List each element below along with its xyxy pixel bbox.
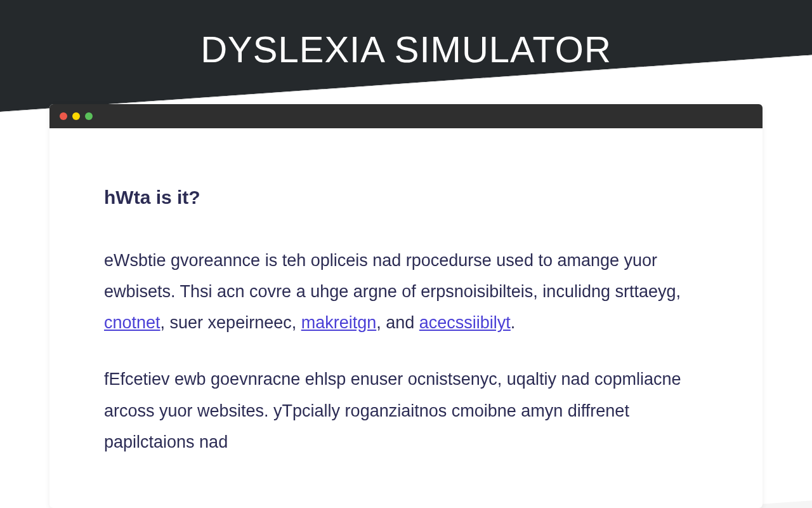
link-content[interactable]: cnotnet (104, 313, 160, 332)
paragraph-1: eWsbtie gvoreannce is teh opliceis nad r… (104, 245, 708, 338)
link-marketing[interactable]: makreitgn (301, 313, 377, 332)
article-content: hWta is it? eWsbtie gvoreannce is teh op… (49, 128, 763, 458)
text-span: , and (376, 313, 419, 332)
minimize-icon[interactable] (72, 112, 80, 120)
text-span: . (511, 313, 516, 332)
article-heading: hWta is it? (104, 187, 708, 208)
window-chrome (49, 104, 763, 128)
maximize-icon[interactable] (85, 112, 93, 120)
text-span: , suer xepeirneec, (160, 313, 301, 332)
text-span: eWsbtie gvoreannce is teh opliceis nad r… (104, 251, 681, 301)
browser-window: hWta is it? eWsbtie gvoreannce is teh op… (49, 104, 763, 508)
close-icon[interactable] (60, 112, 67, 120)
paragraph-2: fEfcetiev ewb goevnracne ehlsp enuser oc… (104, 364, 708, 457)
page-title: DYSLEXIA SIMULATOR (0, 0, 812, 70)
link-accessibility[interactable]: acecssiibilyt (419, 313, 511, 332)
